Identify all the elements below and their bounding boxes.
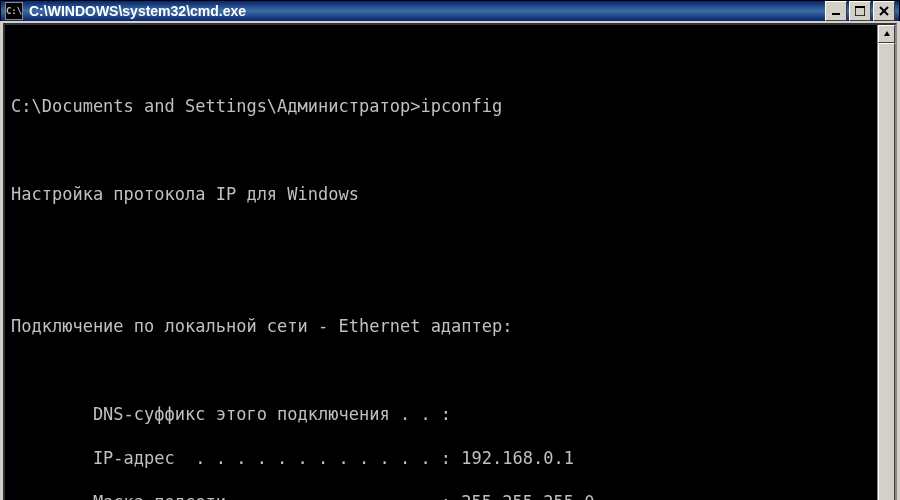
- ip-value: 192.168.0.1: [451, 448, 574, 468]
- mask-value: 255.255.255.0: [451, 492, 594, 500]
- window-body: C:\Documents and Settings\Администратор>…: [0, 21, 900, 500]
- blank-line: [11, 51, 871, 73]
- blank-line: [11, 359, 871, 381]
- blank-line: [11, 227, 871, 249]
- scrollbar-thumb[interactable]: [878, 43, 895, 500]
- mask-label: Маска подсети . . . . . . . . . . :: [11, 492, 451, 500]
- close-button[interactable]: [873, 1, 895, 21]
- ipconfig-header: Настройка протокола IP для Windows: [11, 183, 871, 205]
- subnet-mask-line: Маска подсети . . . . . . . . . . : 255.…: [11, 491, 871, 500]
- ip-label: IP-адрес . . . . . . . . . . . . :: [11, 448, 451, 468]
- minimize-button[interactable]: [825, 1, 847, 21]
- svg-marker-5: [884, 31, 890, 36]
- svg-rect-0: [832, 13, 840, 15]
- scrollbar-track[interactable]: [878, 43, 895, 500]
- window-controls: [825, 1, 895, 21]
- prompt-path: C:\Documents and Settings\Администратор>: [11, 96, 420, 116]
- prompt-line: C:\Documents and Settings\Администратор>…: [11, 95, 871, 117]
- window-title: C:\WINDOWS\system32\cmd.exe: [29, 3, 825, 19]
- svg-rect-2: [855, 6, 865, 8]
- cmd-icon: C:\: [5, 2, 23, 20]
- ip-address-line: IP-адрес . . . . . . . . . . . . : 192.1…: [11, 447, 871, 469]
- command-text: ipconfig: [420, 96, 502, 116]
- vertical-scrollbar[interactable]: [877, 25, 895, 500]
- adapter-ethernet-title: Подключение по локальной сети - Ethernet…: [11, 315, 871, 337]
- scroll-up-button[interactable]: [878, 25, 895, 43]
- terminal-output[interactable]: C:\Documents and Settings\Администратор>…: [5, 25, 877, 500]
- titlebar[interactable]: C:\ C:\WINDOWS\system32\cmd.exe: [0, 0, 900, 21]
- dns-suffix-line: DNS-суффикс этого подключения . . :: [11, 403, 871, 425]
- blank-line: [11, 271, 871, 293]
- maximize-button[interactable]: [849, 1, 871, 21]
- blank-line: [11, 139, 871, 161]
